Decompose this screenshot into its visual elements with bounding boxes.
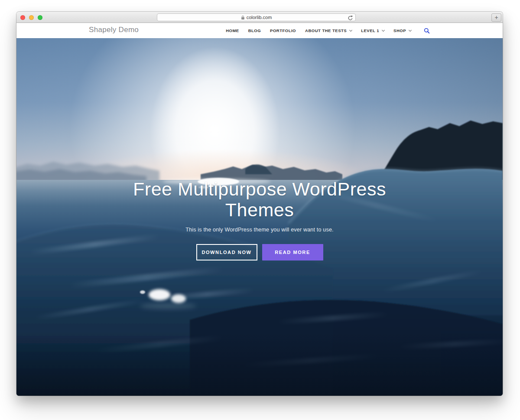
navbar-search-button[interactable] (424, 28, 430, 34)
chevron-down-icon (409, 28, 412, 31)
nav-item-blog[interactable]: BLOG (248, 28, 261, 33)
hero-section: Free Multipurpose WordPress Themes This … (16, 38, 503, 396)
hero-title: Free Multipurpose WordPress Themes (16, 38, 503, 220)
nav-item-portfolio[interactable]: PORTFOLIO (270, 28, 296, 33)
new-tab-button[interactable]: + (491, 13, 501, 22)
nav-item-level-1[interactable]: LEVEL 1 (361, 28, 384, 33)
refresh-button[interactable] (347, 15, 353, 21)
site-navbar: Shapely Demo HOME BLOG PORTFOLIO ABOUT T… (16, 23, 503, 38)
refresh-icon (348, 15, 353, 21)
browser-window: colorlib.com + Shapely Demo HOME BLOG PO… (16, 12, 503, 396)
hero-subtitle: This is the only WordPress theme you wil… (16, 227, 503, 233)
close-button[interactable] (20, 15, 25, 20)
download-now-button[interactable]: DOWNLOAD NOW (196, 244, 257, 260)
address-text: colorlib.com (247, 15, 272, 20)
address-bar[interactable]: colorlib.com (157, 13, 356, 21)
minimize-button[interactable] (29, 15, 34, 20)
zoom-button[interactable] (38, 15, 42, 20)
read-more-button[interactable]: READ MORE (262, 244, 323, 260)
nav-item-about-the-tests[interactable]: ABOUT THE TESTS (305, 28, 352, 33)
main-menu: HOME BLOG PORTFOLIO ABOUT THE TESTS LEVE… (226, 23, 430, 38)
chevron-down-icon (382, 28, 385, 31)
chevron-down-icon (349, 28, 352, 31)
window-controls (20, 15, 42, 20)
nav-item-shop[interactable]: SHOP (393, 28, 411, 33)
nav-item-home[interactable]: HOME (226, 28, 239, 33)
browser-titlebar: colorlib.com + (16, 12, 503, 23)
lock-icon (241, 15, 245, 20)
site-logo[interactable]: Shapely Demo (89, 26, 139, 34)
hero-buttons: DOWNLOAD NOW READ MORE (16, 244, 503, 260)
hero-content: Free Multipurpose WordPress Themes This … (16, 38, 503, 396)
search-icon (424, 28, 430, 34)
